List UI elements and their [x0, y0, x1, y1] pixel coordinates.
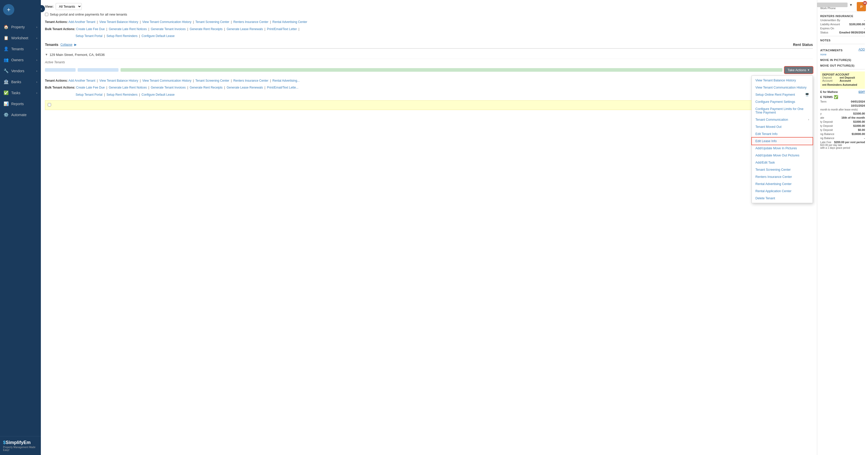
- lease-edit-link[interactable]: EDIT: [859, 90, 865, 93]
- tenant-extra: [121, 68, 782, 72]
- dropdown-item-configure-payment[interactable]: Configure Payment Settings: [752, 98, 813, 105]
- dropdown-item-screening[interactable]: Tenant Screening Center: [752, 166, 813, 173]
- view-comm-history-link2[interactable]: View Tenant Communication History: [142, 79, 191, 83]
- create-late-fee-link2[interactable]: Create Late Fee Due: [76, 86, 105, 89]
- deposit-account-value: ent Deposit Account: [840, 76, 863, 82]
- worksheet-icon: 📋: [4, 35, 9, 40]
- view-select[interactable]: All Tenants: [56, 3, 82, 10]
- rent-reminders-row: ent Reminders Automated: [822, 83, 863, 86]
- tenant-screening-link2[interactable]: Tenant Screening Center: [195, 79, 229, 83]
- p-badge[interactable]: P 50: [857, 2, 866, 11]
- setup-payment-icon: 🖥️: [805, 93, 809, 96]
- dropdown-item-add-task[interactable]: Add/Edit Task: [752, 159, 813, 166]
- setup-tenant-portal-link2[interactable]: Setup Tenant Portal: [75, 93, 102, 96]
- security-deposit2-label: ty Deposit: [820, 124, 833, 127]
- tenants-section-header: Tenants Collapse ▶ Rent Status: [45, 43, 813, 49]
- rental-advertising-link2[interactable]: Rental Advertising...: [273, 79, 300, 83]
- outstanding2-label: ng Balance: [820, 136, 834, 139]
- renters-insurance-link2[interactable]: Renters Insurance Center: [234, 79, 269, 83]
- notes-title: NOTES: [820, 39, 865, 42]
- banks-icon: 🏦: [4, 79, 9, 84]
- tenant-row: Take Actions ▼ View Tenant Balance Histo…: [45, 65, 813, 75]
- sidebar-item-tenants[interactable]: 👤 Tenants ›: [0, 43, 41, 54]
- configure-default-lease-link[interactable]: Configure Default Lease: [142, 34, 175, 38]
- dropdown-item-configure-limits[interactable]: Configure Payment Limits for One Time Pa…: [752, 105, 813, 116]
- setup-portal-checkbox[interactable]: [45, 13, 48, 16]
- attachments-row: ATTACHMENTS ADD: [820, 46, 865, 53]
- divider2: [820, 36, 865, 36]
- center-panel: View: All Tenants Setup portal and onlin…: [41, 0, 817, 455]
- attachments-add-link[interactable]: ADD: [859, 48, 865, 51]
- configure-default-lease-link2[interactable]: Configure Default Lease: [142, 93, 175, 96]
- take-actions-dropdown: View Tenant Balance History View Tenant …: [751, 75, 813, 203]
- tenants-icon: 👤: [4, 46, 9, 51]
- user-dropdown-icon[interactable]: ▼: [849, 3, 853, 7]
- add-button[interactable]: +: [3, 4, 14, 15]
- sidebar-item-automate[interactable]: ⚙️ Automate: [0, 109, 41, 120]
- dropdown-item-rental-app[interactable]: Rental Application Center: [752, 188, 813, 195]
- move-out-title: MOVE OUT PICTURE(S): [820, 64, 865, 67]
- generate-late-rent-notices-link2[interactable]: Generate Late Rent Notices: [109, 86, 147, 89]
- security-deposit1-row: ty Deposit $1000.00: [820, 120, 865, 123]
- sidebar-item-property[interactable]: 🏠 Property ›: [0, 22, 41, 32]
- automate-icon: ⚙️: [4, 112, 9, 117]
- late-fee-label: Late Fee: [820, 140, 831, 144]
- setup-portal-row: Setup portal and online payments for all…: [45, 12, 813, 16]
- add-another-tenant-link[interactable]: Add Another Tenant: [68, 20, 95, 24]
- add-another-tenant-link2[interactable]: Add Another Tenant: [68, 79, 95, 83]
- expires-label: Expires On: [820, 27, 834, 30]
- dropdown-item-edit-lease[interactable]: Edit Lease Info: [752, 137, 813, 145]
- setup-tenant-portal-link[interactable]: Setup Tenant Portal: [75, 34, 102, 38]
- dropdown-item-delete-tenant[interactable]: Delete Tenant: [752, 195, 813, 202]
- rent-due-label: ate: [820, 116, 824, 119]
- tenant-screening-link[interactable]: Tenant Screening Center: [195, 20, 229, 24]
- dropdown-item-view-comm[interactable]: View Tenant Communication History: [752, 84, 813, 91]
- generate-tenant-invoices-link2[interactable]: Generate Tenant Invoices: [151, 86, 186, 89]
- dropdown-item-move-out-pics[interactable]: Add/Update Move Out Pictures: [752, 152, 813, 159]
- take-actions-button[interactable]: Take Actions ▼: [784, 67, 813, 73]
- view-balance-history-link2[interactable]: View Tenant Balance History: [99, 79, 138, 83]
- dropdown-item-moved-out[interactable]: Tenant Moved Out: [752, 123, 813, 130]
- tenants-title: Tenants: [45, 43, 59, 47]
- sidebar-item-tasks[interactable]: ✅ Tasks ›: [0, 87, 41, 98]
- setup-rent-reminders-link[interactable]: Setup Rent Reminders: [106, 34, 137, 38]
- sidebar-item-label: Property: [11, 25, 25, 29]
- view-label: View:: [45, 5, 54, 8]
- generate-lease-renewals-link2[interactable]: Generate Lease Renewals: [226, 86, 263, 89]
- dropdown-item-renters-ins[interactable]: Renters Insurance Center: [752, 173, 813, 181]
- print-email-text-link[interactable]: Print/Email/Text Letter: [267, 27, 297, 31]
- sidebar-item-vendors[interactable]: 🔧 Vendors ›: [0, 65, 41, 76]
- sidebar-collapse-button[interactable]: ‹: [38, 5, 45, 12]
- rent-due-row: ate 16th of the month: [820, 116, 865, 119]
- sidebar-item-owners[interactable]: 👥 Owners ›: [0, 54, 41, 65]
- view-balance-history-link[interactable]: View Tenant Balance History: [99, 20, 138, 24]
- print-email-text-link2[interactable]: Print/Email/Text Lette...: [267, 86, 298, 89]
- sidebar-bottom: $SimplifyEm Property Management Made Eas…: [0, 436, 41, 455]
- setup-rent-reminders-link2[interactable]: Setup Rent Reminders: [106, 93, 137, 96]
- dropdown-item-tenant-comm[interactable]: Tenant Communication ›: [752, 116, 813, 123]
- yellow-row-checkbox[interactable]: [48, 103, 51, 106]
- generate-late-rent-notices-link[interactable]: Generate Late Rent Notices: [109, 27, 147, 31]
- dropdown-item-edit-tenant[interactable]: Edit Tenant Info: [752, 130, 813, 137]
- main-content: View: All Tenants Setup portal and onlin…: [41, 0, 868, 455]
- dropdown-item-view-balance[interactable]: View Tenant Balance History: [752, 77, 813, 84]
- collapse-link[interactable]: Collapse: [61, 43, 72, 46]
- dropdown-item-rental-adv[interactable]: Rental Advertising Center: [752, 181, 813, 188]
- rent-value: $1500.00: [853, 112, 865, 115]
- bulk-tenant-actions-row4: Setup Tenant Portal | Setup Rent Reminde…: [45, 92, 813, 98]
- sidebar-item-worksheet[interactable]: 📋 Worksheet ›: [0, 32, 41, 43]
- generate-tenant-invoices-link[interactable]: Generate Tenant Invoices: [151, 27, 186, 31]
- generate-rent-receipts-link[interactable]: Generate Rent Receipts: [190, 27, 223, 31]
- create-late-fee-link[interactable]: Create Late Fee Due: [76, 27, 105, 31]
- generate-rent-receipts-link2[interactable]: Generate Rent Receipts: [190, 86, 223, 89]
- expires-value: -: [864, 27, 865, 30]
- sidebar-item-banks[interactable]: 🏦 Banks ›: [0, 76, 41, 87]
- generate-lease-renewals-link[interactable]: Generate Lease Renewals: [226, 27, 263, 31]
- divider4: [820, 69, 865, 69]
- rental-advertising-link[interactable]: Rental Advertising Center: [273, 20, 307, 24]
- dropdown-item-move-in-pics[interactable]: Add/Update Move In Pictures: [752, 145, 813, 152]
- renters-insurance-link[interactable]: Renters Insurance Center: [234, 20, 269, 24]
- view-comm-history-link[interactable]: View Tenant Communication History: [142, 20, 191, 24]
- dropdown-item-setup-payment[interactable]: Setup Online Rent Payment 🖥️: [752, 91, 813, 98]
- sidebar-item-reports[interactable]: 📊 Reports: [0, 98, 41, 109]
